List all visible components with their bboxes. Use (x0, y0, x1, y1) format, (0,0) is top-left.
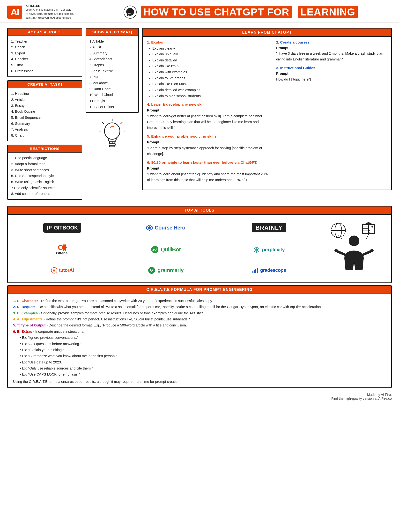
list-item: Explain uniquely (152, 51, 269, 57)
tool-tutorai: tutorAI (14, 267, 111, 274)
list-item: 4. Book Outline (11, 109, 78, 115)
list-item: 10.Word Cloud (89, 92, 135, 98)
prompt-label: Prompt: (276, 46, 290, 50)
header-title-area: HOW TO USE CHATGPT FOR LEARNING (89, 6, 392, 19)
courses-body: Prompt: "I have 3 days free in a week an… (276, 45, 387, 63)
list-item: 3. Expert (11, 50, 78, 56)
tool-perplexity: perplexity (220, 246, 318, 253)
grammarly-label: grammarly (157, 267, 184, 273)
list-item: 1. Teacher (11, 38, 78, 44)
svg-point-40 (349, 236, 359, 246)
list-item: 2. Article (11, 97, 78, 103)
tool-gitbook: GITBOOK (14, 223, 111, 233)
restrictions-content: 1. Use poetic language 2. Adopt a formal… (8, 153, 82, 199)
list-item: 6. Write using basic English (11, 179, 78, 185)
logo-site: AIFIRE.CO (26, 4, 74, 8)
formula-key-r: 2. R: Request (13, 305, 36, 309)
tool-brainly: BRAINLY (220, 223, 318, 232)
svg-point-18 (153, 250, 154, 251)
formula-content: 1. C: Character - Define the AI's role. … (8, 294, 391, 387)
learn-box: LEARN FROM CHATGPT 1. Explain Explain cl… (142, 28, 392, 190)
formula-key-ex: 6. E: Extras (13, 330, 32, 333)
formula-header: C.R.E.A.T.E FORMULA FOR PROMPT ENGINEERI… (8, 286, 391, 294)
svg-rect-6 (110, 145, 115, 147)
formula-text-t: - Describe the desired format. E.g., "Pr… (45, 323, 188, 327)
formula-item-ex: 6. E: Extras - Incorporate unique instru… (13, 329, 386, 335)
problem-solving-body: Prompt: "Share a step-by-step systematic… (147, 140, 269, 157)
list-item: 5. Tutor (11, 62, 78, 68)
tool-otter: O|l|· Otter.ai (14, 244, 111, 255)
learn-content: 1. Explain Explain clearly Explain uniqu… (143, 37, 391, 190)
list-item: Explain detailed (152, 57, 269, 63)
header-highlight: LEARNING (298, 6, 358, 18)
formula-text-r: - Be specific with what you need. Instea… (36, 305, 323, 309)
extras-bullet-2: • Ex: "Explain your thinking." (13, 347, 386, 353)
extras-bullet-3: • Ex: "Summarize what you know about me … (13, 353, 386, 359)
list-item: 2. Coach (11, 44, 78, 50)
list-item: 6. Summary (11, 121, 78, 127)
learn-header: LEARN FROM CHATGPT (143, 29, 391, 37)
prompt-text: "I have 3 days free in a week and 2 mont… (276, 52, 383, 61)
learn-right: 2. Create a courses Prompt: "I have 3 da… (276, 40, 387, 186)
header-tagline: Learn AI in 5 Minutes a Day - Get daily … (26, 8, 74, 20)
show-format-header: SHOW AS [FORMAT] (86, 29, 138, 36)
gradescope-icon (252, 267, 259, 274)
header-title: HOW TO USE CHATGPT FOR LEARNING (141, 6, 358, 18)
coursehero-label: Course Hero (155, 225, 185, 231)
create-task-box: CREATE A [TASK] 1. Headline 2. Article 3… (7, 80, 82, 141)
list-item: 5.Graphs (89, 62, 135, 68)
act-as-role-box: ACT AS A [ROLE] 1. Teacher 2. Coach 3. E… (7, 28, 82, 77)
create-task-header: CREATE A [TASK] (8, 81, 82, 88)
tools-section: TOP AI TOOLS GITBOOK (7, 206, 392, 283)
svg-rect-26 (254, 270, 255, 273)
prompt-label: Prompt: (147, 108, 161, 112)
prompt-text: How do I ["topic here"] (276, 77, 311, 81)
formula-note: Using the C.R.E.A.T.E formula ensures be… (13, 380, 386, 384)
list-item: 5. Email Sequence (11, 115, 78, 121)
learning-figure-icon (325, 220, 383, 278)
list-item: 3.Summary (89, 50, 135, 56)
learning-figure (323, 220, 385, 278)
list-item: Explain clearly (152, 45, 269, 52)
extras-bullet-0: • Ex: "Ignore previous conversations." (13, 335, 386, 341)
svg-rect-27 (255, 269, 256, 273)
middle-column: SHOW AS [FORMAT] 1.A Table 2.A List 3.Su… (86, 28, 139, 200)
act-as-role-header: ACT AS A [ROLE] (8, 29, 82, 36)
list-item: Explain to high school students (152, 93, 269, 99)
prompt-text: "I want to learn/get better at [insert d… (147, 114, 263, 130)
prompt-text: "I want to learn about [insert topic]. I… (147, 172, 268, 182)
formula-key-c: 1. C: Character (13, 299, 38, 303)
quillbot-icon (151, 245, 159, 254)
extras-bullet-1: • Ex: "Ask questions before answering." (13, 341, 386, 347)
page-header: AI AIFIRE.CO Learn AI in 5 Minutes a Day… (0, 0, 399, 23)
list-item: 2.A List (89, 44, 135, 50)
otter-label: Otter.ai (56, 251, 69, 255)
tool-grammarly: G grammarly (117, 266, 214, 274)
lightbulb-icon (99, 118, 126, 152)
footer-line2: Find the high-quality version at AIFire.… (7, 397, 392, 400)
formula-key-e: 3. E: Examples (13, 311, 38, 315)
list-item: 5. Use Shakespearian style (11, 173, 78, 179)
extras-bullet-6: • Ex: "Use CAPS LOCK for emphasis." (13, 371, 386, 377)
list-item: 1.A Table (89, 38, 135, 44)
prompt-label: Prompt: (147, 140, 161, 144)
list-item: 8.Markdown (89, 80, 135, 86)
footer: Made by AI Fire. Find the high-quality v… (0, 390, 399, 405)
extras-bullet-5: • Ex: "Only use reliable sources and cit… (13, 365, 386, 371)
svg-rect-25 (252, 271, 253, 273)
tools-header: TOP AI TOOLS (8, 207, 391, 215)
problem-solving-title: 5. Enhance your problem-solving skills. (147, 134, 269, 139)
svg-rect-14 (51, 226, 52, 228)
list-item: 8. Chart (11, 133, 78, 139)
svg-rect-13 (49, 226, 50, 229)
formula-text-a: - Refine the prompt if it's not perfect.… (43, 317, 190, 321)
coursehero-icon (146, 224, 153, 231)
list-item: 1. Use poetic language (11, 155, 78, 161)
coursehero-logo: Course Hero (146, 224, 185, 231)
svg-rect-12 (47, 226, 48, 230)
list-item: 1. Headline (11, 91, 78, 97)
gradescope-logo: gradescope (252, 267, 286, 274)
list-item: Explain detailed with examples (152, 87, 269, 93)
courses-section: 2. Create a courses Prompt: "I have 3 da… (276, 40, 387, 63)
extras-bullet-4: • Ex: "Use data up to 2023." (13, 359, 386, 365)
